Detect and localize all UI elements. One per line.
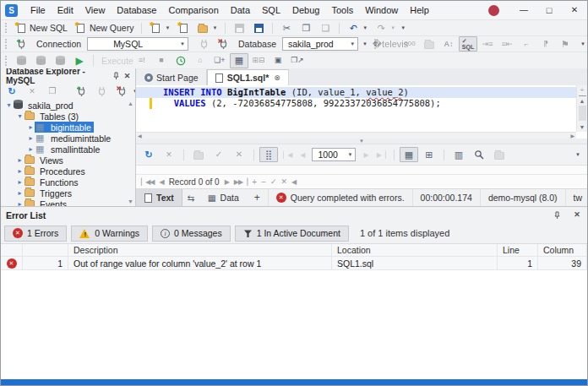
chevron-right-icon[interactable]: ▸ [16,167,24,175]
grid-view-button[interactable]: ▦ [400,147,418,162]
toolbar-grip[interactable] [5,56,7,66]
database-tool-button-3[interactable] [51,53,69,68]
prev-page-button[interactable]: ◀ [297,150,308,160]
results-grid-button[interactable]: ▦ [230,53,248,68]
open-in-editor-button[interactable] [490,147,509,162]
tree-scrollbar[interactable]: ▲▼ [126,99,135,206]
code-line-2[interactable]: VALUES (2, -72036854775808, 992233720368… [136,98,587,109]
chevron-right-icon[interactable]: ▸ [16,200,24,206]
insert-record-icon[interactable]: + [252,177,256,187]
comment-button[interactable]: �televis [381,36,400,52]
discard-changes-button[interactable]: ✕ [230,147,248,162]
undo-button[interactable]: ↶▼ [344,20,371,35]
chart-button[interactable]: ▣ [269,53,287,68]
menu-help[interactable]: Help [404,1,435,19]
column-visibility-button[interactable]: ▥ [449,147,468,162]
menu-sql[interactable]: SQL [256,1,286,19]
splitter-handle-icon[interactable]: ÷ [579,85,586,96]
database-tool-button-2[interactable] [31,53,50,68]
add-data-button[interactable]: ❏+ [210,53,229,68]
delete-record-icon[interactable]: − [261,177,265,187]
menu-data[interactable]: Data [225,1,256,19]
number-column-header[interactable] [23,244,68,256]
refresh-data-button[interactable]: ↻ [139,147,158,162]
find-in-data-button[interactable] [470,147,488,162]
error-icon-column-header[interactable] [1,244,23,256]
next-record-icon[interactable]: ▶ [225,178,229,186]
menu-database[interactable]: Database [111,1,162,19]
new-sql-button[interactable]: New SQL [12,20,71,35]
remove-connection-button[interactable] [214,36,232,52]
database-select[interactable]: sakila_prod ▼ [282,37,358,51]
disconnect-button[interactable] [92,84,111,99]
description-column-header[interactable]: Description [68,244,332,256]
tree-item-smallinttable[interactable]: ▸▦smallinttable [1,144,135,155]
code-line-1[interactable]: INSERT INTO BigIntTable (ID, value_1, va… [136,87,587,98]
scroll-left-icon[interactable]: ◀ [291,178,296,186]
last-record-icon[interactable]: ▶▶▕ [234,178,247,186]
tree-item-mediuminttable[interactable]: ▸▦mediuminttable [1,133,135,144]
external-window-button[interactable]: ❐↗ [288,53,307,68]
scrollbar-thumb[interactable] [579,106,586,121]
scroll-right-icon[interactable]: ▶ [570,133,574,139]
last-page-button[interactable]: ▶▕ [373,150,389,160]
pin-icon[interactable] [551,209,563,221]
editor-overflow-icon[interactable]: ▼ [580,41,585,46]
chevron-down-icon[interactable]: ▾ [16,112,24,120]
connection-select[interactable]: MySQL ▼ [87,37,188,51]
bookmark-button[interactable]: ⚑ [556,36,574,52]
export-data-button[interactable] [189,147,208,162]
first-record-icon[interactable]: ▏◀◀ [141,178,154,186]
cut-button[interactable]: ✂ [277,20,296,35]
post-edit-icon[interactable]: ✓ [270,177,276,186]
indent-decrease-button[interactable]: ≡⇤ [498,36,516,52]
connection-overflow-icon[interactable]: ▼ [362,41,368,46]
scroll-left-icon[interactable]: ◀ [138,133,142,139]
validate-sql-button[interactable]: ✓SQL [459,36,477,52]
cancel-edit-icon[interactable]: ✕ [281,177,287,186]
change-case-button[interactable]: A↕ [439,36,458,52]
copy-button[interactable]: ❐ [297,20,315,35]
save-all-button[interactable] [249,20,268,35]
maximize-icon[interactable]: □ [536,1,562,19]
tree-item-triggers[interactable]: ▸Triggers [1,188,135,198]
menu-debug[interactable]: Debug [286,1,325,19]
delete-object-button[interactable]: ✕ [23,84,41,99]
new-query-button[interactable]: New Query [72,20,138,35]
chevron-right-icon[interactable]: ▸ [16,189,24,197]
menu-comparison[interactable]: Comparison [162,1,224,19]
open-file-button[interactable]: ▼ [193,20,220,35]
results-grid[interactable] [136,166,587,174]
apply-changes-button[interactable]: ✓ [210,147,228,162]
database-tool-button-1[interactable] [12,53,30,68]
menu-window[interactable]: Window [359,1,404,19]
remove-connection-button[interactable] [112,84,131,99]
snippet-button[interactable] [420,36,438,52]
location-column-header[interactable]: Location [332,244,498,256]
error-table-row[interactable]: ✕1Out of range value for column 'value_2… [1,257,587,270]
tree-item-tables-3-[interactable]: ▾Tables (3) [1,111,135,122]
tree-item-events[interactable]: ▸Events [1,198,135,206]
close-panel-icon[interactable]: ✕ [122,70,133,82]
active-document-filter-button[interactable]: 1 In Active Document [235,226,349,242]
text-view-tab[interactable]: Text [136,189,182,206]
redo-button[interactable]: ↷▼ [372,20,399,35]
query-profiler-button[interactable]: ⌂ [191,53,210,68]
toolbar-overflow-icon[interactable]: ▼ [400,25,406,30]
pin-icon[interactable] [111,70,122,82]
new-item-button[interactable] [174,20,193,35]
chevron-down-icon[interactable]: ▾ [5,101,13,109]
toolbar-grip[interactable] [5,23,7,33]
add-view-tab[interactable]: + [247,189,268,206]
minimize-icon[interactable]: — [511,1,536,19]
token-button[interactable]: 000 [400,36,419,52]
chevron-right-icon[interactable]: ▸ [16,178,24,186]
format-script-button[interactable]: ⁋ [536,36,555,52]
data-toolbar-overflow-icon[interactable]: ▼ [575,152,580,157]
page-size-select[interactable]: 1000 ▼ [312,148,356,161]
tree-item-views[interactable]: ▸Views [1,155,135,166]
line-column-header[interactable]: Line [498,244,538,256]
menu-tools[interactable]: Tools [325,1,359,19]
tree-item-procedures[interactable]: ▸Procedures [1,166,135,177]
chevron-right-icon[interactable]: ▸ [27,123,35,131]
